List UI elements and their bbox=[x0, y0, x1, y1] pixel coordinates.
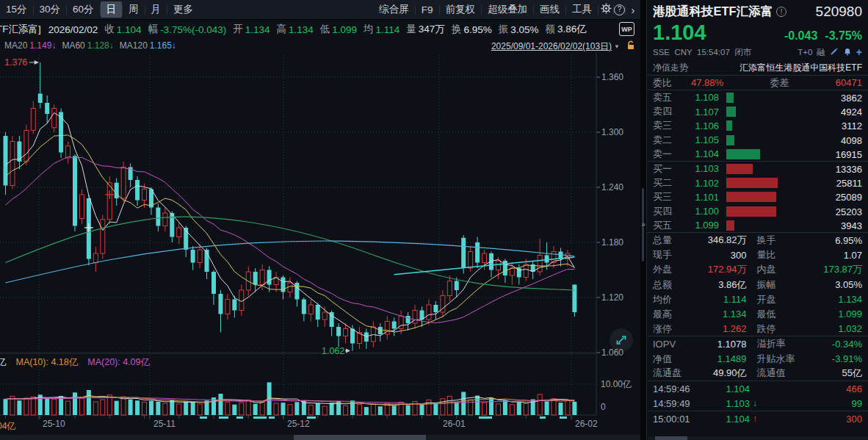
expand-chart-button[interactable] bbox=[610, 328, 633, 352]
bid3-label: 买三 bbox=[653, 190, 679, 203]
date-range-selector[interactable]: 2025/09/01-2026/02/02(103日) ▼ bbox=[491, 40, 620, 53]
tab-weekly[interactable]: 周 bbox=[123, 1, 145, 18]
float-shares-label: 流通盘 bbox=[653, 367, 687, 380]
ask5-price[interactable]: 1.108 bbox=[679, 92, 719, 103]
chart-canvas[interactable]: 1.3601.3001.2401.1801.1201.06025-1025-11… bbox=[0, 52, 640, 440]
limit-down-value: 1.032 bbox=[803, 323, 863, 334]
chevron-down-icon: ▼ bbox=[614, 43, 620, 50]
bid-row-1[interactable]: 买一1.10313336 bbox=[647, 162, 868, 176]
avg-price-label: 均价 bbox=[653, 293, 687, 306]
trade-qty: 466 bbox=[760, 383, 862, 394]
iopv-label: IOPV bbox=[653, 339, 687, 350]
total-vol-label: 总量 bbox=[653, 234, 687, 247]
instrument-code: 520980 bbox=[816, 4, 862, 20]
chart-section: 15分 30分 60分 日 周 月 更多 综合屏 F9 前复权 超级叠加 画线 … bbox=[0, 0, 640, 440]
ask-row-2[interactable]: 卖二1.1054098 bbox=[647, 133, 868, 147]
premium-value: -0.34% bbox=[803, 339, 863, 350]
bid-row-3[interactable]: 买三1.10125089 bbox=[647, 190, 868, 204]
tools-button[interactable]: 工具 bbox=[566, 1, 598, 18]
high-label: 高 bbox=[276, 23, 286, 36]
bid2-price[interactable]: 1.102 bbox=[679, 178, 719, 189]
tab-daily[interactable]: 日 bbox=[101, 1, 123, 18]
quote-date: 2026/02/02 bbox=[48, 24, 98, 35]
panel-divider: » bbox=[640, 0, 646, 440]
forward-adjust-button[interactable]: 前复权 bbox=[440, 1, 482, 18]
chevron-right-icon[interactable]: › bbox=[626, 4, 640, 16]
info-icon[interactable]: ! bbox=[776, 7, 786, 17]
f9-button[interactable]: F9 bbox=[416, 3, 439, 17]
depth-bar bbox=[726, 93, 734, 103]
trade-row: 14:59:491.103↓99 bbox=[647, 396, 868, 411]
bid4-price[interactable]: 1.100 bbox=[679, 206, 719, 217]
open-label: 开 bbox=[233, 23, 243, 36]
turnover-value: 6.95% bbox=[463, 24, 491, 35]
change-value: -3.75%(-0.043) bbox=[160, 24, 226, 35]
alert-bell-icon[interactable] bbox=[843, 47, 852, 57]
bid-row-2[interactable]: 买二1.10225811 bbox=[647, 176, 868, 190]
bid3-price[interactable]: 1.101 bbox=[679, 192, 719, 203]
close-value: 1.104 bbox=[117, 24, 142, 35]
ask-row-1[interactable]: 卖一1.10416915 bbox=[647, 148, 868, 162]
edit-pencil-icon[interactable] bbox=[830, 47, 839, 57]
bid5-qty: 3943 bbox=[841, 220, 862, 231]
stat-row: 均价1.114开盘1.134 bbox=[647, 292, 868, 307]
bid5-price[interactable]: 1.099 bbox=[679, 220, 719, 231]
draw-line-button[interactable]: 画线 bbox=[534, 1, 565, 18]
amount-label: 额 bbox=[545, 23, 555, 36]
svg-text:1.376: 1.376 bbox=[4, 57, 27, 68]
trade-price: 1.103 bbox=[707, 398, 750, 409]
ask-row-3[interactable]: 卖三1.1063112 bbox=[647, 119, 868, 133]
avg-price-value: 1.114 bbox=[687, 294, 747, 305]
tab-30min[interactable]: 30分 bbox=[34, 1, 67, 18]
close-label: 收 bbox=[104, 23, 115, 36]
trade-row: 15:00:011.104↑300 bbox=[647, 411, 868, 427]
ask-row-5[interactable]: 卖五1.1083862 bbox=[647, 90, 868, 104]
gear-icon[interactable] bbox=[598, 3, 613, 16]
bid-row-4[interactable]: 买四1.10025203 bbox=[647, 204, 868, 218]
composite-screen-button[interactable]: 综合屏 bbox=[373, 1, 415, 18]
panel-scrollbar-thumb[interactable] bbox=[655, 436, 687, 440]
help-icon[interactable]: ? bbox=[614, 4, 625, 15]
super-overlay-button[interactable]: 超级叠加 bbox=[482, 1, 533, 18]
amount-label: 总额 bbox=[653, 278, 687, 292]
tab-15min[interactable]: 15分 bbox=[0, 1, 33, 18]
ask3-price[interactable]: 1.106 bbox=[679, 120, 719, 131]
kline-chart-area[interactable]: 1.3601.3001.2401.1801.1201.06025-1025-11… bbox=[0, 52, 640, 440]
ask4-price[interactable]: 1.107 bbox=[679, 107, 719, 118]
bid1-label: 买一 bbox=[653, 162, 679, 176]
nav-trend-label[interactable]: 净值走势 bbox=[653, 62, 688, 74]
add-watchlist-icon[interactable]: + bbox=[856, 46, 862, 58]
open-value: 1.134 bbox=[803, 294, 863, 305]
tab-monthly[interactable]: 月 bbox=[145, 1, 167, 18]
stat-row: 最高1.134最低1.099 bbox=[647, 307, 868, 322]
tab-60min[interactable]: 60分 bbox=[67, 1, 100, 18]
chart-scrollbar-track[interactable] bbox=[0, 435, 640, 440]
chart-scrollbar-thumb[interactable] bbox=[294, 435, 426, 440]
more-menu-button[interactable]: 更多 bbox=[167, 1, 199, 18]
nav-value: 1.1489 bbox=[687, 353, 747, 364]
discount-label: 升贴水率 bbox=[757, 353, 803, 366]
ask3-qty: 3112 bbox=[842, 120, 862, 131]
trading-app-window: 15分 30分 60分 日 周 月 更多 综合屏 F9 前复权 超级叠加 画线 … bbox=[0, 0, 868, 440]
date-range-text[interactable]: 2025/09/01-2026/02/02(103日) bbox=[491, 40, 612, 53]
ask1-price[interactable]: 1.104 bbox=[679, 148, 719, 159]
ma120-label: MA120 bbox=[120, 40, 148, 51]
amplitude-value: 3.05% bbox=[803, 279, 863, 290]
float-value-value: 55亿 bbox=[803, 367, 863, 380]
tick-trades-list[interactable]: 14:59:461.104466 14:59:491.103↓99 15:00:… bbox=[647, 381, 868, 427]
quote-panel: 港股通科技ETF汇添富 ! 520980 1.104 -0.043-3.75% … bbox=[646, 0, 868, 440]
bid1-price[interactable]: 1.103 bbox=[679, 163, 719, 174]
stat-row: 净值1.1489升贴水率-3.91% bbox=[647, 351, 868, 366]
collapse-panel-icon[interactable]: » bbox=[640, 220, 646, 228]
trade-time: 14:59:46 bbox=[653, 383, 707, 394]
weicha-label: 委差 bbox=[770, 76, 789, 90]
low-label: 低 bbox=[320, 23, 330, 36]
bid-row-5[interactable]: 买五1.0993943 bbox=[647, 219, 868, 233]
outer-vol-value: 172.94万 bbox=[687, 263, 747, 276]
unlock-icon[interactable] bbox=[626, 40, 636, 51]
ask-row-4[interactable]: 卖四1.1074924 bbox=[647, 104, 868, 118]
ask2-price[interactable]: 1.105 bbox=[679, 134, 719, 145]
ask3-label: 卖三 bbox=[653, 119, 679, 132]
panel-scrollbar-track[interactable] bbox=[648, 436, 868, 440]
open-label: 开盘 bbox=[757, 293, 803, 306]
